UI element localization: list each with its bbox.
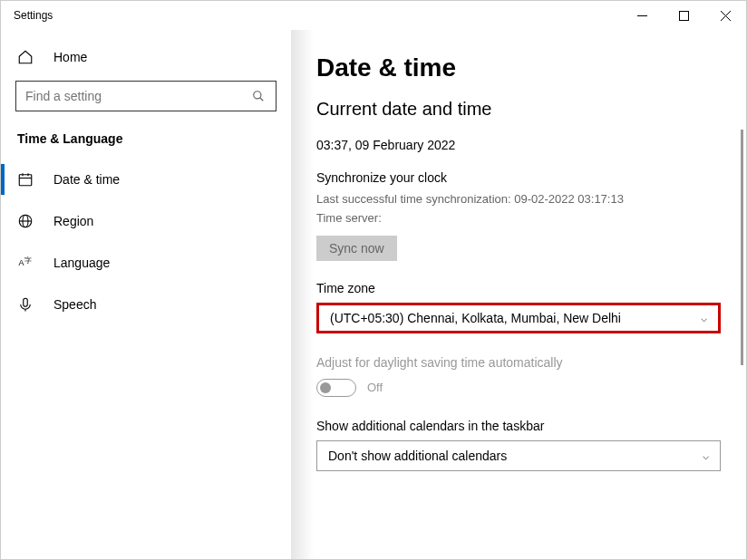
svg-rect-15 (24, 298, 28, 306)
sidebar-item-label: Language (53, 256, 110, 270)
search-input[interactable] (25, 89, 250, 103)
search-box[interactable] (15, 81, 276, 111)
language-icon: A字 (17, 255, 34, 271)
window-title: Settings (14, 9, 53, 22)
page-title: Date & time (316, 53, 721, 82)
timezone-dropdown[interactable]: (UTC+05:30) Chennai, Kolkata, Mumbai, Ne… (316, 303, 721, 333)
minimize-icon (637, 11, 647, 21)
sidebar-item-label: Date & time (53, 172, 120, 187)
sync-heading: Synchronize your clock (316, 170, 721, 185)
svg-line-5 (260, 98, 264, 101)
chevron-down-icon: ⌵ (703, 449, 709, 462)
close-button[interactable] (704, 1, 746, 30)
settings-window: Settings Home (0, 0, 747, 560)
maximize-button[interactable] (663, 1, 704, 30)
svg-text:A: A (19, 258, 24, 267)
close-icon (721, 11, 731, 21)
sidebar-item-language[interactable]: A字 Language (1, 242, 291, 284)
sidebar-item-label: Speech (53, 297, 96, 312)
time-server-label: Time server: (316, 209, 721, 228)
dst-toggle-row: Off (316, 379, 721, 397)
home-label: Home (53, 50, 87, 64)
additional-calendars-dropdown[interactable]: Don't show additional calendars ⌵ (316, 440, 721, 471)
body: Home Time & Language Date & time (1, 30, 746, 559)
sync-now-button[interactable]: Sync now (316, 236, 397, 261)
svg-text:字: 字 (24, 256, 32, 265)
home-icon (17, 49, 34, 65)
svg-point-4 (254, 92, 261, 99)
last-sync-text: Last successful time synchronization: 09… (316, 190, 721, 209)
sidebar-item-speech[interactable]: Speech (1, 284, 291, 325)
sidebar: Home Time & Language Date & time (1, 30, 291, 559)
window-controls (621, 1, 746, 30)
sidebar-category: Time & Language (1, 122, 291, 159)
titlebar: Settings (1, 1, 746, 30)
maximize-icon (679, 11, 689, 21)
toggle-knob (320, 382, 331, 393)
main-content: Date & time Current date and time 03:37,… (291, 30, 746, 559)
microphone-icon (17, 296, 34, 313)
search-icon (250, 88, 267, 104)
additional-calendars-label: Show additional calendars in the taskbar (316, 419, 721, 433)
minimize-button[interactable] (621, 1, 663, 30)
timezone-label: Time zone (316, 281, 721, 295)
globe-icon (17, 213, 34, 229)
scrollbar-thumb[interactable] (741, 130, 743, 365)
calendar-clock-icon (17, 171, 34, 188)
chevron-down-icon: ⌵ (701, 312, 707, 324)
svg-rect-6 (19, 175, 32, 186)
sidebar-item-label: Region (53, 214, 93, 228)
home-link[interactable]: Home (1, 39, 291, 75)
section-heading: Current date and time (316, 99, 721, 120)
search-wrap (1, 75, 291, 122)
dst-toggle[interactable] (316, 379, 356, 397)
additional-calendars-value: Don't show additional calendars (328, 449, 507, 463)
sidebar-item-region[interactable]: Region (1, 200, 291, 242)
sidebar-item-date-time[interactable]: Date & time (1, 159, 291, 200)
timezone-value: (UTC+05:30) Chennai, Kolkata, Mumbai, Ne… (330, 311, 621, 325)
svg-rect-1 (679, 11, 688, 20)
dst-state: Off (367, 381, 383, 394)
current-datetime: 03:37, 09 February 2022 (316, 138, 721, 152)
scrollbar[interactable] (741, 130, 744, 559)
dst-label: Adjust for daylight saving time automati… (316, 355, 721, 370)
